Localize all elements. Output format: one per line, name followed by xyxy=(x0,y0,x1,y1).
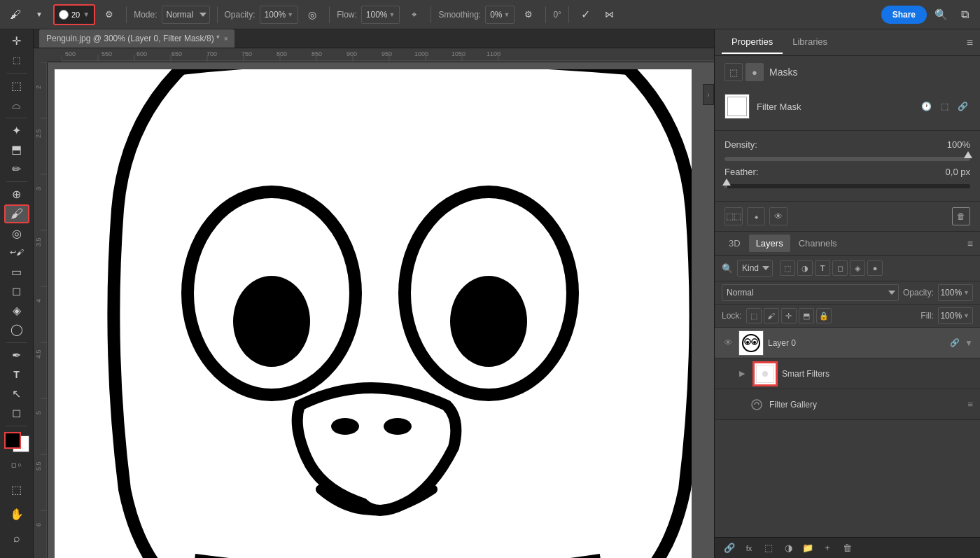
filter-mask-link-icon[interactable]: 🔗 xyxy=(955,99,970,114)
document-tab[interactable]: Penguin.jpg @ 300% (Layer 0, Filter Mask… xyxy=(39,29,234,48)
arrange-icon[interactable]: ⧉ xyxy=(955,5,974,25)
link-layers-btn[interactable]: 🔗 xyxy=(722,540,737,556)
zoom-tool[interactable]: ⌕ xyxy=(4,527,29,550)
vector-mask-btn[interactable]: ● xyxy=(746,63,764,81)
check-icon[interactable]: ✓ xyxy=(576,5,596,25)
3d-tab[interactable]: 3D xyxy=(722,235,748,252)
layers-tab[interactable]: Layers xyxy=(749,235,790,252)
filter-kind-select[interactable]: Kind xyxy=(737,260,773,277)
flow-box[interactable]: 100% ▼ xyxy=(361,6,400,24)
history-brush-tool[interactable]: ↩🖌 xyxy=(4,244,29,262)
mask-visibility-btn[interactable]: 👁 xyxy=(769,207,788,225)
smart-filters-visibility[interactable]: ▶ xyxy=(736,368,748,380)
add-layer-btn[interactable]: + xyxy=(820,540,835,556)
brush-size-box[interactable]: 20 ▼ xyxy=(53,4,95,25)
lock-all-btn[interactable]: 🔒 xyxy=(816,308,832,323)
density-thumb[interactable] xyxy=(964,151,972,158)
mask-delete-btn[interactable]: 🗑 xyxy=(952,207,970,225)
filter-dot-btn[interactable]: ● xyxy=(867,260,883,276)
path-select-tool[interactable]: ↖ xyxy=(4,385,29,403)
brush-settings-icon[interactable]: ⚙ xyxy=(99,5,119,25)
channels-tab[interactable]: Channels xyxy=(792,235,844,252)
crop-tool[interactable]: ⬒ xyxy=(4,141,29,159)
foreground-color-swatch[interactable] xyxy=(4,432,21,449)
marquee-tool[interactable]: ⬚ xyxy=(4,77,29,95)
eyedropper-tool[interactable]: ✏ xyxy=(4,160,29,179)
mode-select[interactable]: Normal Multiply Screen xyxy=(162,6,210,24)
filter-smart-btn[interactable]: ◈ xyxy=(850,260,865,276)
dodge-tool[interactable]: ◯ xyxy=(4,321,29,339)
magic-wand-tool[interactable]: ✦ xyxy=(4,122,29,140)
delete-layer-btn[interactable]: 🗑 xyxy=(839,540,855,556)
properties-tab[interactable]: Properties xyxy=(722,31,783,54)
airbrush-icon[interactable]: ◎ xyxy=(302,5,322,25)
filter-mask-clock-icon[interactable]: 🕐 xyxy=(918,99,934,114)
layer-0-right: 🔗 xyxy=(949,337,960,349)
opacity-value-box[interactable]: 100% ▼ xyxy=(938,284,973,301)
lock-paint-btn[interactable]: 🖌 xyxy=(764,308,779,323)
lasso-tool[interactable]: ⌓ xyxy=(4,96,29,114)
sublayer-filter-gallery[interactable]: Filter Gallery ≡ xyxy=(715,389,980,420)
clone-tool[interactable]: ◎ xyxy=(4,225,29,243)
pen-tool[interactable]: ✒ xyxy=(4,347,29,365)
opacity-box[interactable]: 100% ▼ xyxy=(260,6,299,24)
angle-icon[interactable]: ⌖ xyxy=(404,5,424,25)
smoothing-box[interactable]: 0% ▼ xyxy=(485,6,514,24)
artboard-tool[interactable]: ⬚ xyxy=(4,52,29,70)
blend-mode-select[interactable]: Normal xyxy=(722,284,899,301)
eraser-tool[interactable]: ▭ xyxy=(4,263,29,281)
top-ruler-row: 500 550 600 650 700 750 800 xyxy=(34,48,714,62)
layer-0-info: Layer 0 xyxy=(768,338,945,348)
lock-move-btn[interactable]: ✛ xyxy=(781,308,797,323)
brush-tool[interactable]: 🖌 xyxy=(4,204,29,223)
filter-adjust-btn[interactable]: ◑ xyxy=(797,260,813,276)
libraries-tab[interactable]: Libraries xyxy=(783,31,837,54)
panel-menu-btn[interactable]: ≡ xyxy=(967,36,973,49)
layer-0-visibility[interactable]: 👁 xyxy=(722,337,734,349)
layer-0-expand[interactable]: ▼ xyxy=(965,338,973,348)
quick-mask-tool[interactable]: ◻○ xyxy=(4,454,29,476)
brush-options-arrow[interactable]: ▼ xyxy=(29,5,49,25)
filter-type-btn[interactable]: T xyxy=(815,260,830,276)
feather-slider[interactable] xyxy=(724,184,970,188)
type-tool[interactable]: T xyxy=(4,365,29,384)
heal-tool[interactable]: ⊕ xyxy=(4,186,29,204)
pixel-mask-btn[interactable]: ⬚ xyxy=(724,63,743,81)
main-layout: ✛ ⬚ ⬚ ⌓ ✦ ⬒ ✏ ⊕ 🖌 ◎ ↩🖌 ▭ ◻ ◈ ◯ ✒ T ↖ ◻ ◻… xyxy=(0,29,980,558)
canvas-container[interactable] xyxy=(48,62,714,558)
fill-value-box[interactable]: 100% ▼ xyxy=(938,307,973,324)
share-button[interactable]: Share xyxy=(881,6,927,24)
mask-invert-btn[interactable]: ⬥ xyxy=(747,207,765,225)
move-tool[interactable]: ✛ xyxy=(4,32,29,50)
filter-gallery-options[interactable]: ≡ xyxy=(967,399,973,410)
add-mask-btn[interactable]: ⬚ xyxy=(761,540,776,556)
lock-pixels-btn[interactable]: ⬚ xyxy=(746,308,762,323)
screen-mode-btn[interactable]: ⬚ xyxy=(4,478,29,501)
symmetry-icon[interactable]: ⋈ xyxy=(600,5,620,25)
layer-item-0[interactable]: 👁 xyxy=(715,328,980,358)
add-adjustment-btn[interactable]: ◑ xyxy=(780,540,796,556)
shape-tool[interactable]: ◻ xyxy=(4,404,29,422)
sublayer-smart-filters[interactable]: ▶ Smart Filters xyxy=(715,358,980,389)
tab-close-btn[interactable]: × xyxy=(224,35,228,43)
filter-mask-copy-icon[interactable]: ⬚ xyxy=(937,99,952,114)
add-style-btn[interactable]: fx xyxy=(741,540,757,556)
blur-tool[interactable]: ◈ xyxy=(4,302,29,320)
feather-thumb[interactable] xyxy=(722,179,731,186)
density-slider[interactable] xyxy=(724,157,970,161)
filter-shape-btn[interactable]: ◻ xyxy=(832,260,848,276)
mask-selection-btn[interactable]: ⬚⬚ xyxy=(724,207,743,225)
layers-menu-btn[interactable]: ≡ xyxy=(967,238,973,249)
brush-tool-icon[interactable]: 🖌 xyxy=(6,5,25,25)
smoothing-options-icon[interactable]: ⚙ xyxy=(519,5,538,25)
filter-pixel-btn[interactable]: ⬚ xyxy=(780,260,795,276)
search-icon[interactable]: 🔍 xyxy=(931,5,951,25)
opacity-label: Opacity: xyxy=(225,10,255,20)
color-swatches[interactable] xyxy=(4,432,29,452)
hand-tool[interactable]: ✋ xyxy=(4,503,29,525)
svg-text:550: 550 xyxy=(102,50,112,57)
add-group-btn[interactable]: 📁 xyxy=(800,540,816,556)
gradient-tool[interactable]: ◻ xyxy=(4,282,29,300)
panel-collapse-btn[interactable]: › xyxy=(703,84,714,105)
lock-artboard-btn[interactable]: ⬒ xyxy=(799,308,814,323)
